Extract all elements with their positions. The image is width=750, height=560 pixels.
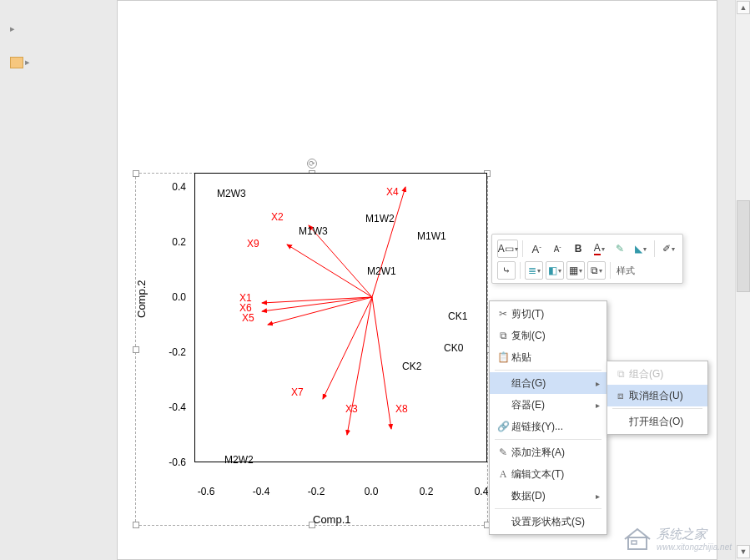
- score-CK0: CK0: [444, 342, 463, 354]
- separator: [522, 240, 523, 257]
- panel-shape-icon[interactable]: ▸: [10, 57, 30, 67]
- ungroup-icon: ⧈: [612, 390, 629, 401]
- textbox-icon: A▭: [498, 243, 514, 255]
- resize-handle-w[interactable]: [133, 346, 139, 353]
- bring-front-button[interactable]: ◧▾: [546, 261, 564, 280]
- separator: [495, 439, 602, 440]
- connector-button[interactable]: ⤷: [497, 261, 516, 280]
- xtick-1: -0.4: [249, 486, 274, 497]
- arrange-button[interactable]: ▦▾: [566, 261, 585, 280]
- ctx-paste[interactable]: 📋粘贴: [490, 346, 607, 368]
- scroll-down-button[interactable]: ▼: [737, 545, 750, 558]
- submenu-arrow-icon: ▸: [596, 492, 600, 501]
- ctx-cut-label: 剪切(T): [511, 307, 600, 321]
- sub-open-group-label: 打开组合(O): [629, 415, 701, 429]
- ytick-0: -0.6: [156, 457, 186, 468]
- separator: [495, 370, 602, 371]
- separator: [495, 508, 602, 509]
- loading-X4: X4: [386, 186, 399, 198]
- score-M2W3: M2W3: [217, 188, 246, 199]
- score-CK2: CK2: [402, 361, 421, 372]
- svg-line-15: [372, 187, 405, 297]
- sub-open-group[interactable]: 打开组合(O): [607, 411, 707, 432]
- svg-line-19: [372, 297, 391, 429]
- svg-line-12: [262, 297, 372, 303]
- ctx-copy[interactable]: ⧉复制(C): [490, 325, 607, 346]
- ctx-edit-text-label: 编辑文本(T): [511, 467, 600, 482]
- svg-line-16: [268, 297, 372, 325]
- ytick-4: 0.2: [156, 236, 186, 248]
- xtick-0: -0.6: [194, 486, 219, 497]
- chevron-down-icon: ▾: [515, 245, 518, 253]
- loading-X7: X7: [291, 386, 304, 398]
- fill-color-button[interactable]: ◣▾: [632, 240, 650, 258]
- font-grow-button[interactable]: Aˆ: [527, 240, 546, 258]
- loading-X8: X8: [395, 403, 408, 415]
- axis-label-x: Comp.1: [313, 513, 351, 526]
- text-icon: A: [495, 468, 511, 481]
- score-M1W3: M1W3: [299, 225, 328, 237]
- ctx-shape-format-label: 设置形状格式(S): [511, 515, 600, 529]
- rotate-handle-icon[interactable]: ⟳: [307, 159, 317, 169]
- clipboard-icon: 📋: [495, 351, 511, 363]
- textbox-style-button[interactable]: A▭▾: [497, 240, 518, 258]
- connector-icon: ⤷: [502, 265, 511, 276]
- score-M2W1: M2W1: [367, 265, 396, 277]
- ctx-container-label: 容器(E): [511, 398, 596, 412]
- submenu-arrow-icon: ▸: [596, 401, 600, 410]
- separator: [520, 262, 521, 279]
- watermark-url: www.xitongzhijia.net: [657, 542, 732, 552]
- resize-handle-nw[interactable]: [133, 170, 139, 177]
- ytick-1: -0.4: [156, 401, 186, 413]
- styles-label[interactable]: 样式: [615, 265, 637, 277]
- ctx-shape-format[interactable]: 设置形状格式(S): [490, 511, 607, 532]
- ytick-3: 0.0: [156, 291, 186, 303]
- separator: [654, 240, 655, 257]
- app-canvas: ▸ ▸ ⟳ Comp.2 Comp.1 0.4 0.2 0.0 -0.2 -0.…: [0, 0, 750, 560]
- separator: [612, 408, 702, 409]
- ctx-copy-label: 复制(C): [511, 329, 600, 343]
- mini-toolbar: A▭▾ Aˆ Aˇ B A▾ ✎ ◣▾ ✐▾ ⤷ ≣▾ ◧▾ ▦▾ ⧉▾ 样式: [491, 234, 683, 284]
- ctx-edit-text[interactable]: A编辑文本(T): [490, 463, 607, 485]
- left-rail: ▸ ▸: [10, 23, 33, 68]
- format-painter-button[interactable]: ✎: [611, 240, 629, 258]
- house-icon: [623, 527, 652, 551]
- resize-handle-sw[interactable]: [133, 522, 139, 528]
- align-button[interactable]: ≣▾: [525, 261, 543, 280]
- context-submenu-group: ⧉组合(G) ⧈取消组合(U) 打开组合(O): [607, 361, 708, 435]
- panel-expand-icon[interactable]: ▸: [10, 23, 33, 34]
- ctx-comment[interactable]: ✎添加注释(A): [490, 441, 607, 463]
- ctx-data[interactable]: 数据(D)▸: [490, 485, 607, 507]
- front-icon: ◧: [548, 265, 557, 276]
- ctx-paste-label: 粘贴: [511, 351, 600, 365]
- loading-X9: X9: [247, 238, 259, 250]
- bold-button[interactable]: B: [569, 240, 587, 258]
- separator: [610, 262, 611, 279]
- loading-X2: X2: [271, 211, 284, 223]
- group-button[interactable]: ⧉▾: [587, 261, 606, 280]
- font-shrink-button[interactable]: Aˇ: [548, 240, 566, 258]
- ctx-group-label: 组合(G): [511, 376, 596, 391]
- comment-icon: ✎: [495, 446, 511, 458]
- axis-label-y: Comp.2: [135, 280, 148, 318]
- bucket-icon: ◣: [635, 243, 642, 255]
- sub-ungroup[interactable]: ⧈取消组合(U): [607, 385, 707, 406]
- font-color-button[interactable]: A▾: [590, 240, 608, 258]
- submenu-arrow-icon: ▸: [596, 379, 600, 388]
- ctx-hyperlink[interactable]: 🔗超链接(Y)...: [490, 416, 607, 437]
- scroll-thumb[interactable]: [737, 200, 750, 292]
- watermark-site: 系统之家: [657, 527, 732, 542]
- scissors-icon: ✂: [495, 308, 511, 320]
- ctx-container[interactable]: 容器(E)▸: [490, 394, 607, 416]
- ctx-data-label: 数据(D): [511, 489, 596, 503]
- ctx-cut[interactable]: ✂剪切(T): [490, 303, 607, 325]
- ctx-group[interactable]: 组合(G)▸: [490, 372, 607, 394]
- line-style-button[interactable]: ✐▾: [659, 240, 677, 258]
- scroll-up-button[interactable]: ▲: [737, 1, 750, 14]
- arrange-icon: ▦: [569, 265, 578, 276]
- vertical-scrollbar[interactable]: ▲ ▼: [735, 0, 750, 560]
- loading-X5: X5: [242, 312, 254, 324]
- sub-group-label: 组合(G): [629, 367, 701, 381]
- xtick-3: 0.0: [359, 486, 384, 497]
- plot-area[interactable]: [194, 173, 487, 462]
